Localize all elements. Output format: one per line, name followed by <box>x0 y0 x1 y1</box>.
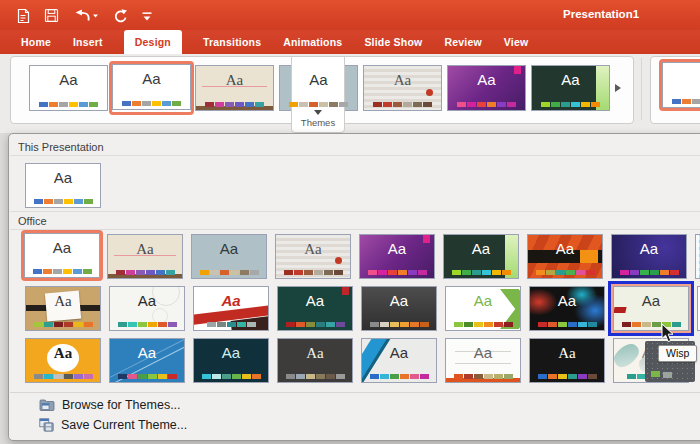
theme-thumbnail-main_event[interactable]: Aa <box>193 286 269 331</box>
theme-thumbnail-droplet[interactable]: Aa <box>109 286 185 331</box>
scroll-themes-right-icon[interactable] <box>615 84 621 92</box>
theme-aa-label: Aa <box>25 237 99 259</box>
theme-thumbnail-variant_white[interactable] <box>662 62 700 108</box>
theme-thumbnail-badge_gray[interactable]: Aa <box>277 338 353 383</box>
theme-thumbnail-gallery[interactable]: Aa <box>107 234 183 279</box>
theme-thumbnail-office[interactable]: Aa <box>24 233 100 278</box>
theme-aa-label: Aa <box>280 69 357 91</box>
theme-aa-label: Aa <box>194 290 268 312</box>
theme-thumbnail-wood_type[interactable]: Aa <box>25 286 101 331</box>
theme-aa-label: Aa <box>362 290 436 312</box>
themes-dropdown-button[interactable]: Themes <box>291 56 345 133</box>
theme-aa-label: Aa <box>448 69 525 91</box>
divider <box>10 392 700 393</box>
tab-transitions[interactable]: Transitions <box>202 30 262 54</box>
theme-thumbnail-ion_purple[interactable]: Aa <box>447 65 526 111</box>
theme-thumbnail-depth[interactable]: Aa <box>193 338 269 383</box>
theme-thumbnail-slice[interactable]: Aa <box>109 338 185 383</box>
theme-swatches <box>192 270 266 275</box>
quick-access-toolbar <box>16 7 153 24</box>
theme-swatches <box>614 322 688 327</box>
theme-swatches <box>194 374 268 379</box>
theme-aa-label: Aa <box>110 342 184 364</box>
theme-swatches <box>113 101 190 106</box>
theme-swatches <box>530 374 604 379</box>
theme-swatches <box>278 374 352 379</box>
theme-aa-label: Aa <box>194 342 268 364</box>
theme-thumbnail-mosaic[interactable] <box>695 234 700 279</box>
theme-thumbnail-wisp[interactable]: Aa <box>613 286 689 331</box>
theme-swatches <box>446 374 520 379</box>
office-theme-row: AaAaAaAaAaAaAaAa <box>25 286 700 331</box>
office-theme-row: AaAaAaAaAaAaAaAa <box>25 234 700 279</box>
tab-animations[interactable]: Animations <box>282 30 343 54</box>
browse-for-themes-item[interactable]: Browse for Themes... <box>39 398 181 412</box>
theme-swatches <box>30 102 107 107</box>
theme-thumbnail-facet_dark[interactable]: Aa <box>531 65 610 111</box>
theme-aa-label: Aa <box>113 68 190 90</box>
theme-thumbnail-savon[interactable]: Aa <box>445 338 521 383</box>
theme-thumbnail-metropolitan[interactable]: Aa <box>361 286 437 331</box>
tab-home[interactable]: Home <box>20 30 52 54</box>
undo-icon[interactable] <box>72 8 99 24</box>
theme-tooltip: Wisp <box>658 345 697 362</box>
toolbar-options-icon[interactable] <box>141 10 153 22</box>
theme-aa-label: Aa <box>108 238 182 260</box>
theme-thumbnail-ion_purple[interactable]: Aa <box>359 234 435 279</box>
theme-aa-label: Aa <box>278 290 352 312</box>
theme-thumbnail-facet_dark[interactable]: Aa <box>443 234 519 279</box>
variants-row <box>663 63 700 107</box>
theme-thumbnail-crop[interactable]: Aa <box>25 338 101 383</box>
theme-swatches <box>196 102 273 107</box>
theme-swatches <box>360 270 434 275</box>
theme-aa-label: Aa <box>110 290 184 312</box>
theme-aa-label: Aa <box>446 290 520 312</box>
theme-thumbnail-office[interactable]: Aa <box>112 64 191 110</box>
theme-thumbnail-organic[interactable]: Aa <box>279 65 358 111</box>
theme-swatches <box>278 322 352 327</box>
theme-thumbnail-office[interactable]: Aa <box>29 65 108 111</box>
theme-swatches <box>194 322 268 327</box>
theme-thumbnail-ion_teal[interactable]: Aa <box>277 286 353 331</box>
theme-thumbnail-gallery[interactable]: Aa <box>195 65 274 111</box>
theme-swatches <box>530 322 604 327</box>
theme-thumbnail-craft[interactable]: Aa <box>363 65 442 111</box>
theme-thumbnail-berlin[interactable]: Aa <box>527 234 603 279</box>
save-icon[interactable] <box>44 8 59 23</box>
ribbon: AaAaAaAaAaAaAa <box>0 54 700 133</box>
save-current-theme-label: Save Current Theme... <box>61 418 187 432</box>
group-divider <box>641 58 642 120</box>
theme-swatches <box>448 102 525 107</box>
theme-thumbnail-frame[interactable]: Aa <box>361 338 437 383</box>
theme-thumbnail-organic[interactable]: Aa <box>191 234 267 279</box>
selected-theme-indicator <box>659 59 700 111</box>
browse-for-themes-label: Browse for Themes... <box>62 398 181 412</box>
theme-thumbnail-craft[interactable]: Aa <box>275 234 351 279</box>
theme-thumbnail-paint[interactable]: Aa <box>529 286 605 331</box>
theme-swatches <box>364 102 441 107</box>
theme-aa-label: Aa <box>528 238 602 260</box>
redo-icon[interactable] <box>112 8 128 24</box>
theme-swatches <box>612 270 686 275</box>
save-current-theme-item[interactable]: Save Current Theme... <box>39 418 187 432</box>
tab-design[interactable]: Design <box>124 30 182 54</box>
theme-swatches <box>362 322 436 327</box>
theme-swatches <box>663 99 700 104</box>
tab-view[interactable]: View <box>503 30 530 54</box>
tab-review[interactable]: Review <box>443 30 482 54</box>
theme-swatches <box>276 270 350 275</box>
tab-insert[interactable]: Insert <box>72 30 104 54</box>
selected-theme-indicator: Aa <box>21 230 103 281</box>
theme-aa-label: Aa <box>26 342 100 364</box>
theme-swatches <box>26 374 100 379</box>
chevron-down-icon <box>314 110 322 115</box>
theme-thumbnail-quotable[interactable]: Aa <box>611 234 687 279</box>
theme-thumbnail-badge_black[interactable]: Aa <box>529 338 605 383</box>
new-file-icon[interactable] <box>16 8 31 24</box>
window-title: Presentation1 <box>563 8 639 20</box>
theme-aa-label: Aa <box>530 342 604 364</box>
theme-thumbnail-facet_white[interactable]: Aa <box>445 286 521 331</box>
tab-slide-show[interactable]: Slide Show <box>363 30 423 54</box>
powerpoint-window: { "window": { "title": "Presentation1" }… <box>0 0 700 444</box>
theme-thumbnail-office[interactable]: Aa <box>25 163 101 208</box>
